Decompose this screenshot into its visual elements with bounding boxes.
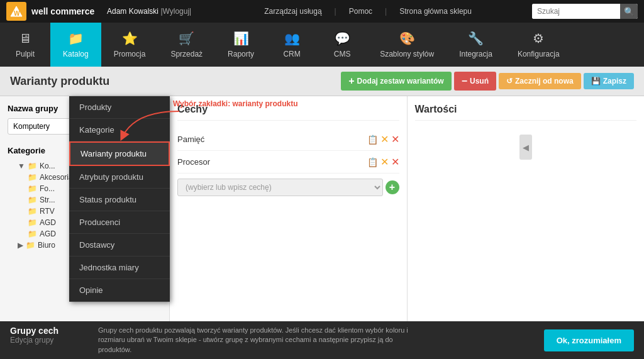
add-variant-set-button[interactable]: + Dodaj zestaw wariantów: [341, 72, 451, 91]
feature-row-procesor: Procesor 📋 ✕ ✕: [177, 151, 399, 174]
folder-icon: 📁: [28, 196, 37, 204]
search-input[interactable]: [532, 4, 620, 19]
values-panel: Wartości ◀: [408, 96, 645, 321]
minus-icon: −: [462, 75, 467, 87]
promocja-icon: ⭐: [122, 31, 138, 46]
username: Adam Kowalski: [107, 7, 158, 16]
bottom-title: Grupy cech: [10, 326, 86, 336]
delete-orange-procesor-icon[interactable]: ✕: [380, 156, 389, 168]
delete-orange-pamiec-icon[interactable]: ✕: [380, 133, 389, 145]
dropdown-item-opinie[interactable]: Opinie: [69, 279, 170, 302]
feature-name-procesor: Procesor: [177, 157, 210, 167]
feature-actions-procesor: 📋 ✕ ✕: [367, 156, 399, 168]
bottom-info: Grupy cech Edycja grupy Grupy cech produ…: [10, 326, 544, 355]
ok-button[interactable]: Ok, zrozumiałem: [544, 329, 634, 351]
nav-szablony-label: Szablony stylów: [380, 50, 434, 58]
tree-label: Str...: [40, 196, 55, 204]
add-feature-row: (wybierz lub wpisz cechę) +: [177, 179, 399, 196]
folder-icon: 📁: [28, 162, 37, 170]
tree-label: AGD: [40, 218, 56, 227]
add-icon: +: [348, 75, 354, 87]
top-bar: W well commerce Adam Kowalski |Wyloguj| …: [0, 0, 644, 23]
tree-label: Akcesoria: [40, 173, 73, 182]
nav-crm-label: CRM: [283, 50, 300, 58]
logout-link[interactable]: |Wyloguj|: [160, 7, 191, 16]
save-icon: 💾: [591, 77, 601, 86]
nav-crm[interactable]: 👥 CRM: [267, 23, 317, 67]
svg-text:W: W: [14, 10, 20, 17]
annotation-arrow-icon: [173, 108, 248, 146]
nav-cms[interactable]: 💬 CMS: [317, 23, 367, 67]
page-title: Warianty produktu: [10, 75, 109, 88]
folder-icon: 📁: [26, 241, 35, 250]
nav-sprzedaz[interactable]: 🛒 Sprzedaż: [158, 23, 215, 67]
values-scroll-area: ◀: [415, 128, 637, 166]
tree-label: Ko...: [40, 162, 55, 170]
pulpit-icon: 🖥: [19, 31, 31, 46]
catalog-dropdown-menu: Produkty Kategorie Warianty produktu Atr…: [69, 96, 170, 302]
nav-raporty-label: Raporty: [228, 50, 254, 58]
expand-icon[interactable]: ▶: [18, 241, 23, 250]
dropdown-item-atrybuty[interactable]: Atrybuty produktu: [69, 166, 170, 189]
logo: W well commerce: [6, 2, 107, 21]
dropdown-item-produkty[interactable]: Produkty: [69, 96, 170, 119]
annotation-text: Wybór zakładki: warianty produktu: [173, 99, 297, 108]
nav-konfiguracja-label: Konfiguracja: [518, 50, 560, 58]
search-box: 🔍: [532, 4, 638, 19]
folder-icon: 📁: [28, 173, 37, 182]
dropdown-item-status[interactable]: Status produktu: [69, 189, 170, 211]
edit-pamiec-icon[interactable]: 📋: [367, 135, 378, 145]
crm-icon: 👥: [284, 31, 300, 46]
bottom-subtitle: Edycja grupy: [10, 336, 86, 345]
nav-promocja[interactable]: ⭐ Promocja: [101, 23, 158, 67]
refresh-icon: ↺: [506, 77, 513, 86]
nav-pulpit[interactable]: 🖥 Pulpit: [0, 23, 50, 67]
nav-bar: 🖥 Pulpit 📁 Katalog ⭐ Promocja 🛒 Sprzedaż…: [0, 23, 644, 67]
logo-icon: W: [6, 2, 26, 21]
dropdown-item-producenci[interactable]: Producenci: [69, 211, 170, 234]
page-header: Warianty produktu + Dodaj zestaw wariant…: [0, 67, 644, 96]
nav-integracja[interactable]: 🔧 Integracja: [447, 23, 505, 67]
remove-button[interactable]: − Usuń: [454, 72, 496, 91]
bottom-bar: Grupy cech Edycja grupy Grupy cech produ…: [0, 321, 644, 359]
nav-pulpit-label: Pulpit: [16, 50, 35, 58]
feature-actions-pamiec: 📋 ✕ ✕: [367, 133, 399, 145]
nav-raporty[interactable]: 📊 Raporty: [215, 23, 267, 67]
integracja-icon: 🔧: [468, 31, 484, 46]
search-button[interactable]: 🔍: [620, 4, 638, 19]
dropdown-item-warianty[interactable]: Warianty produktu: [69, 141, 170, 166]
values-panel-title: Wartości: [415, 104, 637, 121]
dropdown-item-kategorie[interactable]: Kategorie: [69, 119, 170, 141]
konfiguracja-icon: ⚙: [533, 31, 544, 46]
user-info: Adam Kowalski |Wyloguj|: [107, 7, 191, 16]
cms-icon: 💬: [335, 31, 350, 46]
bottom-description: Grupy cech produktu pozwalają tworzyć wa…: [98, 326, 413, 355]
nav-szablony[interactable]: 🎨 Szablony stylów: [367, 23, 447, 67]
delete-red-procesor-icon[interactable]: ✕: [391, 156, 399, 168]
nav-konfiguracja[interactable]: ⚙ Konfiguracja: [505, 23, 572, 67]
dropdown-item-jednostka[interactable]: Jednostka miary: [69, 257, 170, 279]
store-link[interactable]: Strona główna sklepu: [399, 7, 472, 16]
tree-label: Biuro: [38, 241, 55, 250]
nav-promocja-label: Promocja: [114, 50, 146, 58]
toolbar: + Dodaj zestaw wariantów − Usuń ↺ Zaczni…: [341, 72, 634, 91]
expand-icon[interactable]: ▼: [18, 162, 25, 170]
reset-button[interactable]: ↺ Zacznij od nowa: [499, 73, 581, 89]
nav-sprzedaz-label: Sprzedaż: [170, 50, 203, 58]
sprzedaz-icon: 🛒: [179, 31, 194, 46]
nav-katalog[interactable]: 📁 Katalog: [50, 23, 101, 67]
save-button[interactable]: 💾 Zapisz: [584, 73, 634, 89]
logo-text: well commerce: [31, 6, 94, 16]
add-feature-select[interactable]: (wybierz lub wpisz cechę): [177, 179, 383, 196]
folder-icon: 📁: [28, 218, 37, 227]
dropdown-item-dostawcy[interactable]: Dostawcy: [69, 234, 170, 257]
edit-procesor-icon[interactable]: 📋: [367, 157, 378, 167]
help-link[interactable]: Pomoc: [349, 7, 372, 16]
katalog-icon: 📁: [68, 31, 84, 46]
delete-red-pamiec-icon[interactable]: ✕: [391, 133, 399, 145]
scroll-left-button[interactable]: ◀: [519, 135, 532, 160]
tree-label: RTV: [40, 207, 55, 216]
nav-integracja-label: Integracja: [459, 50, 492, 58]
manage-service-link[interactable]: Zarządzaj usługą: [264, 7, 321, 16]
add-feature-button[interactable]: +: [386, 180, 399, 194]
